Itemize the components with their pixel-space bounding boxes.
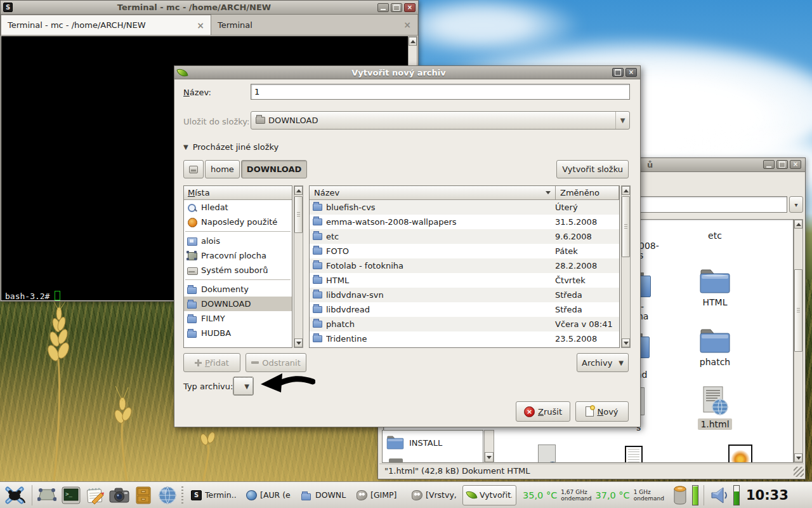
taskbar-task[interactable]: [AUR (e... [242,485,296,505]
panel-handle[interactable] [181,486,183,504]
archive-type-combo[interactable]: ▼ [233,377,254,396]
notepad-pencil-icon [86,486,105,504]
new-button[interactable]: Nový [575,401,629,422]
file-row[interactable]: Fotolab - fotokniha 28.2.2008 [310,258,619,273]
create-folder-button[interactable]: Vytvořit složku [556,160,629,178]
scroll-up-icon[interactable] [294,186,303,195]
dialog-titlebar[interactable]: Vytvořit nový archiv × [174,66,640,79]
scroll-up-icon[interactable] [409,37,417,46]
clock: 10:33 [746,488,789,503]
partial-image-icon[interactable] [728,444,752,463]
archive-name-input[interactable] [251,84,630,100]
file-item-etc[interactable]: etc [684,230,745,241]
save-folder-combo[interactable]: DOWNLOAD ▼ [251,111,630,130]
archive-type-label: Typ archivu: [183,382,233,391]
scroll-down-icon[interactable] [294,338,303,347]
scroll-down-icon[interactable] [794,453,802,462]
web-browser-launcher[interactable] [155,483,180,508]
place-item[interactable]: FILMY [184,311,292,326]
file-row[interactable]: libdvdnav-svn Středa [310,288,619,302]
partial-html-file-icon[interactable] [538,444,556,463]
location-dropdown-button[interactable]: ▾ [789,196,803,213]
tab-close-icon[interactable]: × [397,20,411,30]
place-item[interactable]: Systém souborů [184,263,292,277]
minimize-button[interactable] [377,3,389,12]
show-desktop-launcher[interactable] [35,483,59,508]
column-header-modified[interactable]: Změněno [556,186,619,200]
cancel-button[interactable]: ×Zrušit [516,401,570,422]
folder-icon [313,248,322,255]
partial-document-icon[interactable] [625,446,643,463]
browse-other-folders-expander[interactable]: ▼ Procházet jiné složky [183,142,278,152]
maximize-button[interactable] [391,3,402,12]
file-row[interactable]: etc 9.6.2008 [310,229,619,244]
drive-crumb-button[interactable] [183,160,204,178]
remove-button[interactable]: Odstranit [246,353,306,372]
camera-icon [109,486,129,504]
chevron-down-icon: ▼ [619,359,624,366]
side-pane-scrollbar[interactable] [484,430,494,463]
taskbar-task[interactable]: [Vrstvy,... [407,485,461,505]
close-button[interactable]: × [404,3,416,12]
place-item[interactable]: Hledat [184,200,292,215]
scrollbar-thumb[interactable] [294,196,303,233]
terminal-tab-active[interactable]: Terminal - mc - /home/ARCH/NEW × [1,15,211,35]
scroll-up-icon[interactable] [794,220,802,229]
html-file-icon [701,386,729,417]
files-pane[interactable]: Název Změněno bluefish-cvs Úterý emma-wa… [309,185,620,348]
camera-launcher[interactable] [107,483,131,508]
terminal-launcher[interactable]: >_ [59,483,83,508]
file-item-1-html[interactable]: 1.html [684,386,745,430]
tab-close-icon[interactable]: × [190,20,204,30]
scroll-up-icon[interactable] [622,186,630,195]
file-row[interactable]: emma-watson-2008-wallpapers 31.5.2008 [310,215,619,229]
home-crumb-button[interactable]: home [205,160,240,178]
taskbar-task[interactable]: [GIMP] [352,485,406,505]
taskbar-task[interactable]: Vytvořit... [462,485,516,505]
place-item[interactable]: Naposledy použité [184,215,292,229]
archives-dropdown-button[interactable]: Archivy▼ [577,353,629,372]
taskbar-task[interactable]: Termin... [187,485,240,505]
volume-level-bar[interactable] [733,485,740,505]
file-row[interactable]: Tridentine 23.5.2008 [310,331,619,346]
place-item[interactable]: Pracovní plocha [184,248,292,263]
file-row[interactable]: HTML Čtvrtek [310,273,619,288]
scroll-down-icon[interactable] [485,452,494,462]
file-cabinet-launcher[interactable] [131,483,155,508]
notes-launcher[interactable] [83,483,107,508]
place-item[interactable]: Dokumenty [184,282,292,297]
speaker-icon[interactable] [709,486,731,505]
add-button[interactable]: Přidat [183,353,240,372]
resize-grip[interactable] [794,467,804,477]
xfce-menu-button[interactable] [0,482,29,508]
scroll-down-icon[interactable] [622,338,630,347]
minimize-button[interactable] [763,160,775,169]
side-pane-item-install[interactable]: INSTALL [383,431,483,455]
file-row[interactable]: FOTO Pátek [310,244,619,258]
side-pane[interactable]: INSTALL [382,430,483,463]
place-item[interactable]: DOWNLOAD [184,297,292,311]
scrollbar-thumb[interactable] [794,269,802,352]
places-pane[interactable]: Místa HledatNaposledy použité aloisPraco… [183,185,292,348]
files-scrollbar[interactable] [621,185,631,348]
place-item[interactable]: alois [184,234,292,248]
file-row[interactable]: phatch Včera v 08:41 [310,317,619,331]
places-scrollbar[interactable] [294,185,303,348]
file-row[interactable]: libdvdread Středa [310,302,619,317]
file-row[interactable]: bluefish-cvs Úterý [310,200,619,215]
terminal-tab[interactable]: Terminal × [211,15,418,35]
place-item[interactable]: HUDBA [184,326,292,340]
maximize-button[interactable] [776,160,788,169]
maximize-button[interactable] [612,68,624,77]
column-header-name[interactable]: Název [310,186,556,200]
close-button[interactable]: × [790,160,801,169]
terminal-titlebar[interactable]: S Terminal - mc - /home/ARCH/NEW × [1,1,418,15]
places-header[interactable]: Místa [184,186,292,200]
close-button[interactable]: × [625,68,637,77]
file-item-html-folder[interactable]: HTML [684,268,745,308]
file-item-phatch-folder[interactable]: phatch [684,328,745,368]
scrollbar-thumb[interactable] [622,196,630,257]
download-crumb-button[interactable]: DOWNLOAD [241,160,307,178]
taskbar-task[interactable]: DOWNL... [297,485,351,505]
icon-view-scrollbar[interactable] [794,219,803,463]
